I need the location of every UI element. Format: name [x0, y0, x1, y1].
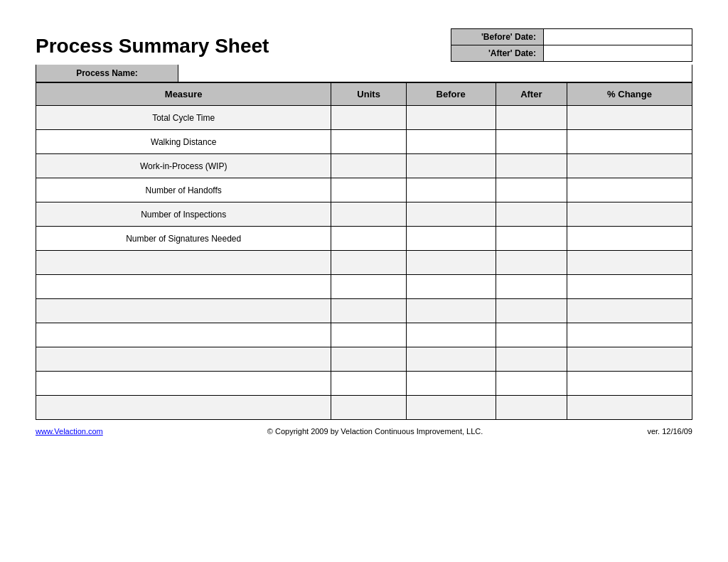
cell-row5-col0[interactable]: Number of Signatures Needed	[36, 227, 331, 251]
main-table: Measure Units Before After % Change Tota…	[36, 82, 692, 420]
cell-row9-col2[interactable]	[406, 323, 496, 347]
cell-row9-col0[interactable]	[36, 323, 331, 347]
page-title: Process Summary Sheet	[36, 35, 451, 58]
cell-row6-col1[interactable]	[331, 251, 407, 275]
cell-row9-col4[interactable]	[567, 323, 692, 347]
cell-row7-col0[interactable]	[36, 275, 331, 299]
cell-row0-col2[interactable]	[406, 106, 496, 130]
header-measure: Measure	[36, 83, 331, 106]
page-container: Process Summary Sheet 'Before' Date: 'Af…	[36, 28, 692, 436]
cell-row8-col3[interactable]	[496, 299, 567, 323]
cell-row8-col4[interactable]	[567, 299, 692, 323]
cell-row12-col1[interactable]	[331, 396, 407, 420]
cell-row3-col3[interactable]	[496, 178, 567, 202]
cell-row5-col4[interactable]	[567, 227, 692, 251]
before-date-value[interactable]	[544, 29, 692, 45]
cell-row4-col1[interactable]	[331, 202, 407, 227]
cell-row1-col0[interactable]: Walking Distance	[36, 130, 331, 154]
table-row	[36, 347, 692, 372]
cell-row11-col1[interactable]	[331, 372, 407, 396]
cell-row4-col4[interactable]	[567, 202, 692, 227]
table-row: Walking Distance	[36, 130, 692, 154]
footer: www.Velaction.com © Copyright 2009 by Ve…	[36, 427, 692, 436]
table-row: Total Cycle Time	[36, 106, 692, 130]
cell-row10-col3[interactable]	[496, 347, 567, 372]
cell-row10-col0[interactable]	[36, 347, 331, 372]
cell-row5-col3[interactable]	[496, 227, 567, 251]
table-row	[36, 299, 692, 323]
table-row: Number of Handoffs	[36, 178, 692, 202]
table-row: Work-in-Process (WIP)	[36, 154, 692, 178]
cell-row2-col1[interactable]	[331, 154, 407, 178]
cell-row3-col2[interactable]	[406, 178, 496, 202]
cell-row2-col0[interactable]: Work-in-Process (WIP)	[36, 154, 331, 178]
table-row	[36, 372, 692, 396]
cell-row3-col4[interactable]	[567, 178, 692, 202]
title-section: Process Summary Sheet	[36, 35, 451, 62]
cell-row6-col2[interactable]	[406, 251, 496, 275]
cell-row10-col4[interactable]	[567, 347, 692, 372]
cell-row11-col4[interactable]	[567, 372, 692, 396]
title-area: Process Summary Sheet 'Before' Date: 'Af…	[36, 28, 692, 62]
process-name-input[interactable]	[178, 65, 692, 82]
process-name-row: Process Name:	[36, 65, 692, 82]
table-row: Number of Inspections	[36, 202, 692, 227]
header-units: Units	[331, 83, 407, 106]
cell-row11-col0[interactable]	[36, 372, 331, 396]
cell-row6-col0[interactable]	[36, 251, 331, 275]
cell-row9-col1[interactable]	[331, 323, 407, 347]
cell-row1-col3[interactable]	[496, 130, 567, 154]
cell-row7-col4[interactable]	[567, 275, 692, 299]
before-date-row: 'Before' Date:	[451, 29, 692, 45]
cell-row8-col0[interactable]	[36, 299, 331, 323]
cell-row1-col2[interactable]	[406, 130, 496, 154]
cell-row12-col4[interactable]	[567, 396, 692, 420]
cell-row4-col3[interactable]	[496, 202, 567, 227]
cell-row12-col2[interactable]	[406, 396, 496, 420]
cell-row3-col1[interactable]	[331, 178, 407, 202]
cell-row5-col1[interactable]	[331, 227, 407, 251]
cell-row0-col4[interactable]	[567, 106, 692, 130]
cell-row7-col1[interactable]	[331, 275, 407, 299]
date-section: 'Before' Date: 'After' Date:	[451, 28, 692, 62]
after-date-label: 'After' Date:	[451, 45, 544, 61]
cell-row8-col1[interactable]	[331, 299, 407, 323]
table-row	[36, 323, 692, 347]
cell-row6-col4[interactable]	[567, 251, 692, 275]
cell-row9-col3[interactable]	[496, 323, 567, 347]
cell-row11-col3[interactable]	[496, 372, 567, 396]
cell-row1-col1[interactable]	[331, 130, 407, 154]
cell-row10-col2[interactable]	[406, 347, 496, 372]
cell-row0-col3[interactable]	[496, 106, 567, 130]
cell-row5-col2[interactable]	[406, 227, 496, 251]
cell-row0-col1[interactable]	[331, 106, 407, 130]
cell-row1-col4[interactable]	[567, 130, 692, 154]
table-row	[36, 396, 692, 420]
before-date-label: 'Before' Date:	[451, 29, 544, 45]
header-change: % Change	[567, 83, 692, 106]
cell-row4-col2[interactable]	[406, 202, 496, 227]
cell-row11-col2[interactable]	[406, 372, 496, 396]
cell-row0-col0[interactable]: Total Cycle Time	[36, 106, 331, 130]
cell-row7-col2[interactable]	[406, 275, 496, 299]
cell-row7-col3[interactable]	[496, 275, 567, 299]
website-link[interactable]: www.Velaction.com	[36, 427, 103, 436]
cell-row4-col0[interactable]: Number of Inspections	[36, 202, 331, 227]
after-date-value[interactable]	[544, 45, 692, 61]
cell-row8-col2[interactable]	[406, 299, 496, 323]
table-row: Number of Signatures Needed	[36, 227, 692, 251]
header-before: Before	[406, 83, 496, 106]
cell-row6-col3[interactable]	[496, 251, 567, 275]
version-text: ver. 12/16/09	[647, 427, 692, 436]
table-row	[36, 251, 692, 275]
table-header-row: Measure Units Before After % Change	[36, 83, 692, 106]
cell-row12-col3[interactable]	[496, 396, 567, 420]
cell-row2-col2[interactable]	[406, 154, 496, 178]
after-date-row: 'After' Date:	[451, 45, 692, 61]
cell-row10-col1[interactable]	[331, 347, 407, 372]
table-row	[36, 275, 692, 299]
cell-row12-col0[interactable]	[36, 396, 331, 420]
cell-row2-col3[interactable]	[496, 154, 567, 178]
cell-row2-col4[interactable]	[567, 154, 692, 178]
cell-row3-col0[interactable]: Number of Handoffs	[36, 178, 331, 202]
